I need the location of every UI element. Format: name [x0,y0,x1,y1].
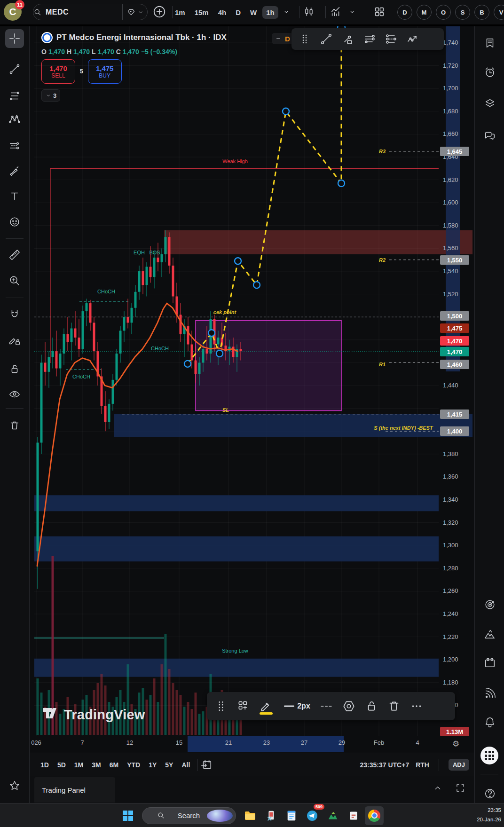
watchlist-button[interactable] [482,35,498,51]
dot [488,758,491,760]
adj-button[interactable]: ADJ [449,759,469,771]
position-tool[interactable] [5,136,24,155]
price-tick: 1,200 [443,656,458,663]
emoji-tool[interactable] [5,213,24,231]
screener-radar-button[interactable] [482,597,498,613]
parallel-lines-button[interactable] [359,30,380,48]
calendar-button[interactable] [482,655,498,671]
trading-panel-tab[interactable]: Trading Panel [34,777,115,803]
range-1D[interactable]: 1D [36,758,53,772]
range-1M[interactable]: 1M [70,758,87,772]
help-button[interactable] [482,786,498,802]
range-3M[interactable]: 3M [87,758,105,772]
account-button-V[interactable]: V [494,5,504,20]
range-6M[interactable]: 6M [105,758,123,772]
s-note-label: S (the next INDY) -BEST [374,425,433,431]
toolbar-separator [6,238,24,239]
symbol-search[interactable]: MEDC [33,4,148,20]
trash-button[interactable] [384,697,404,716]
axis-settings-gear-icon[interactable]: ⚙ [452,739,459,749]
account-button-M[interactable]: M [417,5,432,20]
alerts-button[interactable] [482,64,498,80]
taskbar-notepad-icon[interactable] [282,806,301,825]
account-button-O[interactable]: O [436,5,451,20]
premium-diamond-icon[interactable] [123,8,137,17]
dashed-parallel-button[interactable] [381,30,402,48]
chart-style-button[interactable] [303,6,315,18]
taskbar-doc-app-icon[interactable] [344,806,363,825]
timeframe-1m[interactable]: 1m [171,6,189,19]
trendline-button[interactable] [316,30,337,48]
xabcd-pattern-tool[interactable] [5,110,24,129]
range-row: 1D5D1M3M6MYTD1Y5YAll [36,758,194,772]
account-button-D[interactable]: D [397,5,412,20]
ruler-tool[interactable] [5,245,24,264]
zigzag-arrow-button[interactable] [402,30,423,48]
dash-style-button[interactable] [316,697,337,716]
favorites-star[interactable] [5,776,24,795]
lock-button[interactable] [361,697,382,716]
taskbar-chrome-icon[interactable] [365,806,384,825]
range-All[interactable]: All [177,758,194,772]
buy-button[interactable]: 1,475 BUY [88,59,122,84]
windows-start-button[interactable] [118,806,137,825]
taskbar-clock[interactable]: 23:35 20-Jan-26 [477,806,501,824]
layout-grid-button[interactable] [373,6,386,18]
sell-button[interactable]: 1,470 SELL [41,59,75,84]
timeframe-4h[interactable]: 4h [214,6,230,19]
indicators-collapse-chip[interactable]: 3 [41,89,60,102]
ideas-button[interactable] [482,626,498,642]
chart-legend[interactable]: PT Medco Energi Internasional Tbk · 1h ·… [41,32,227,43]
panel-collapse-chevron-icon[interactable] [433,783,443,793]
account-button-S[interactable]: S [455,5,470,20]
add-symbol-button[interactable] [152,5,166,19]
fib-tool[interactable] [5,87,24,105]
more-button[interactable] [406,697,427,716]
notifications-button[interactable] [482,714,498,730]
object-tree-button[interactable] [482,95,498,111]
taskbar-snipping-tool-icon[interactable] [261,806,280,825]
session-button[interactable]: RTH [416,761,429,769]
hide-all-tool[interactable] [5,385,24,403]
zoom-in-tool[interactable] [5,271,24,290]
range-5Y[interactable]: 5Y [161,758,177,772]
taskbar-search[interactable]: Search [142,807,236,824]
crosshair-tool[interactable] [5,29,24,48]
indicators-button[interactable] [330,6,342,18]
taskbar-telegram-icon[interactable]: 509 [303,806,322,825]
timeframe-1h[interactable]: 1h [262,6,278,19]
timeframe-W[interactable]: W [246,6,260,19]
text-tool[interactable] [5,187,24,205]
timeframe-15m[interactable]: 15m [191,6,213,19]
taskbar-trading-app-icon[interactable] [323,806,342,825]
magnet-tool[interactable] [5,305,24,324]
account-button-B[interactable]: B [474,5,489,20]
remove-all-tool[interactable] [5,416,24,435]
taskbar-folder-icon[interactable] [241,806,260,825]
range-1Y[interactable]: 1Y [144,758,161,772]
draw-lock-tool[interactable] [5,331,24,350]
line-width-button[interactable]: 2px [278,697,314,716]
volume-bar [127,664,129,735]
server-clock[interactable]: 23:35:37 UTC+7 [360,761,410,769]
candle-body [191,345,193,361]
panel-expand-icon[interactable] [455,783,465,793]
indicators-chevron-icon[interactable] [348,8,356,16]
chat-button[interactable] [482,128,498,144]
replay-chip[interactable]: D [272,33,293,44]
trend-shape-button[interactable] [338,30,358,48]
lock-all-tool[interactable] [5,360,24,378]
brush-tool[interactable] [5,162,24,181]
timeframe-chevron-icon[interactable] [282,8,291,16]
news-button[interactable] [482,685,498,701]
apps-menu-button[interactable] [480,747,498,764]
range-YTD[interactable]: YTD [123,758,144,772]
hexagon-settings-button[interactable] [339,697,359,716]
template-button[interactable] [233,697,254,716]
timeframe-D[interactable]: D [232,6,244,19]
tradingview-window: C 11 MEDC 1m15m4hDW1h DMOSBV PT Medco En… [0,0,504,827]
range-5D[interactable]: 5D [53,758,70,772]
go-to-date-button[interactable] [200,759,213,771]
trendline-tool[interactable] [5,60,24,79]
pencil-button[interactable] [256,697,276,716]
